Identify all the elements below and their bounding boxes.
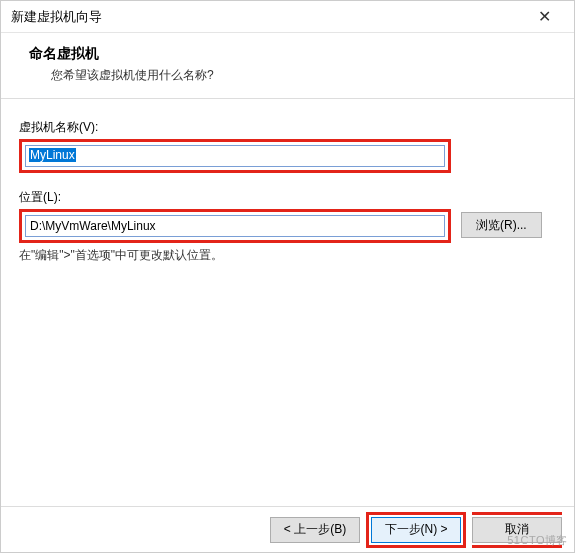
wizard-footer: < 上一步(B) 下一步(N) > 取消 <box>1 506 574 552</box>
cancel-button[interactable]: 取消 <box>472 517 562 543</box>
wizard-step-title: 命名虚拟机 <box>29 45 546 63</box>
vm-location-label: 位置(L): <box>19 189 556 206</box>
vm-location-input[interactable] <box>25 215 445 237</box>
vm-name-label: 虚拟机名称(V): <box>19 119 556 136</box>
highlight-box <box>19 209 451 243</box>
wizard-content: 虚拟机名称(V): MyLinux 位置(L): 浏览(R)... 在"编辑">… <box>1 99 574 290</box>
vm-name-input[interactable] <box>25 145 445 167</box>
wizard-header: 命名虚拟机 您希望该虚拟机使用什么名称? <box>1 33 574 99</box>
highlight-box: 下一步(N) > <box>366 512 466 548</box>
browse-button[interactable]: 浏览(R)... <box>461 212 542 238</box>
close-icon[interactable]: ✕ <box>524 7 564 27</box>
vm-name-field: 虚拟机名称(V): MyLinux <box>19 119 556 173</box>
next-button[interactable]: 下一步(N) > <box>371 517 461 543</box>
highlight-box: MyLinux <box>19 139 451 173</box>
dialog-title: 新建虚拟机向导 <box>11 8 102 26</box>
location-hint: 在"编辑">"首选项"中可更改默认位置。 <box>19 247 556 264</box>
highlight-box: 取消 <box>472 512 562 548</box>
wizard-step-subtitle: 您希望该虚拟机使用什么名称? <box>51 67 546 84</box>
titlebar: 新建虚拟机向导 ✕ <box>1 1 574 33</box>
back-button[interactable]: < 上一步(B) <box>270 517 360 543</box>
vm-location-field: 位置(L): 浏览(R)... 在"编辑">"首选项"中可更改默认位置。 <box>19 189 556 264</box>
wizard-dialog: 新建虚拟机向导 ✕ 命名虚拟机 您希望该虚拟机使用什么名称? 虚拟机名称(V):… <box>0 0 575 553</box>
